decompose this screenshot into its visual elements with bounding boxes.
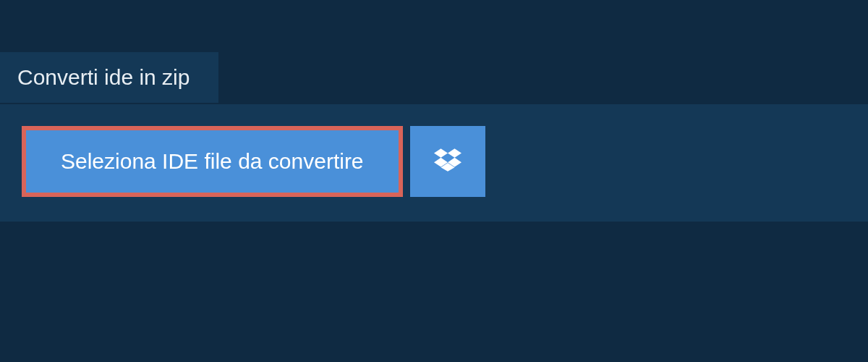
tab-bar: Converti ide in zip	[0, 52, 218, 103]
dropbox-icon	[434, 146, 461, 177]
convert-panel: Seleziona IDE file da convertire	[0, 104, 868, 222]
select-file-label: Seleziona IDE file da convertire	[61, 149, 364, 174]
dropbox-button[interactable]	[410, 126, 485, 197]
button-row: Seleziona IDE file da convertire	[22, 126, 846, 197]
tab-convert[interactable]: Converti ide in zip	[0, 52, 218, 103]
select-file-button[interactable]: Seleziona IDE file da convertire	[22, 126, 403, 197]
tab-label: Converti ide in zip	[17, 65, 190, 89]
